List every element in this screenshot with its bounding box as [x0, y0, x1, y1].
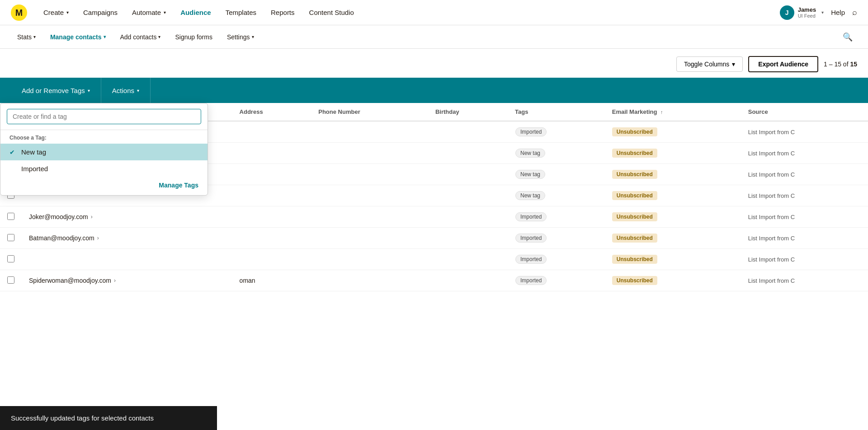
nav-campaigns[interactable]: Campaigns — [78, 6, 123, 19]
nav-automate[interactable]: Automate ▾ — [127, 6, 171, 19]
manage-tags-link[interactable]: Manage Tags — [159, 182, 198, 189]
subnav-signup-forms[interactable]: Signup forms — [169, 31, 218, 43]
row-source: List Import from C — [741, 185, 868, 206]
row-phone — [311, 228, 428, 249]
row-email-marketing-status: Unsubscribed — [605, 143, 741, 164]
row-email-marketing-status: Unsubscribed — [605, 249, 741, 270]
col-birthday: Birthday — [428, 103, 508, 121]
row-tags: Imported — [508, 228, 605, 249]
row-email[interactable]: Spiderwoman@moodjoy.com› — [22, 270, 232, 291]
row-checkbox[interactable] — [7, 234, 14, 241]
table-row: Spiderwoman@moodjoy.com›omanImportedUnsu… — [0, 270, 868, 291]
row-birthday — [428, 143, 508, 164]
row-phone — [311, 249, 428, 270]
sort-asc-icon: ↑ — [660, 109, 663, 115]
tag-badge: New tag — [515, 191, 545, 200]
chevron-down-icon: ▾ — [164, 10, 166, 15]
expand-icon: › — [114, 277, 116, 284]
add-remove-tags-button[interactable]: Add or Remove Tags ▾ — [11, 78, 101, 103]
row-source: List Import from C — [741, 270, 868, 291]
chevron-down-icon: ▾ — [104, 34, 106, 39]
chevron-down-icon: ▾ — [137, 88, 139, 93]
expand-icon: › — [91, 214, 93, 220]
chevron-down-icon: ▾ — [252, 34, 254, 39]
nav-templates[interactable]: Templates — [220, 6, 262, 19]
search-icon[interactable]: ⌕ — [852, 8, 857, 17]
row-source: List Import from C — [741, 164, 868, 185]
pagination: 1 – 15 of 15 — [824, 61, 857, 68]
actions-button[interactable]: Actions ▾ — [101, 78, 151, 103]
dropdown-item-imported[interactable]: ✔ Imported — [0, 160, 208, 177]
svg-text:M: M — [15, 8, 23, 18]
user-menu[interactable]: J James UI Feed ▾ — [780, 5, 824, 20]
row-tags: Imported — [508, 121, 605, 143]
toggle-columns-button[interactable]: Toggle Columns ▾ — [676, 56, 743, 72]
sub-search-icon[interactable]: 🔍 — [838, 29, 857, 45]
row-checkbox[interactable] — [7, 276, 14, 284]
status-badge: Unsubscribed — [612, 212, 657, 221]
tag-search-input[interactable] — [7, 109, 201, 124]
chevron-down-icon: ▾ — [88, 88, 90, 93]
row-email-marketing-status: Unsubscribed — [605, 121, 741, 143]
nav-audience[interactable]: Audience — [175, 6, 217, 19]
row-tags: New tag — [508, 143, 605, 164]
status-badge: Unsubscribed — [612, 234, 657, 243]
subnav-add-contacts[interactable]: Add contacts ▾ — [114, 31, 167, 43]
row-phone — [311, 185, 428, 206]
row-email-marketing-status: Unsubscribed — [605, 164, 741, 185]
help-link[interactable]: Help — [831, 9, 845, 16]
row-checkbox-cell[interactable] — [0, 206, 22, 228]
row-checkbox-cell[interactable] — [0, 228, 22, 249]
dropdown-section-label: Choose a Tag: — [0, 130, 208, 144]
col-address: Address — [232, 103, 311, 121]
action-bar: Add or Remove Tags ▾ Actions ▾ — [0, 78, 868, 103]
row-source: List Import from C — [741, 228, 868, 249]
chevron-down-icon: ▾ — [66, 10, 69, 15]
expand-icon: › — [97, 235, 99, 241]
row-email[interactable]: Batman@moodjoy.com› — [22, 228, 232, 249]
row-address — [232, 121, 311, 143]
row-email[interactable] — [22, 249, 232, 270]
subnav-settings[interactable]: Settings ▾ — [221, 31, 260, 43]
tag-dropdown-box: Choose a Tag: ✔ New tag ✔ Imported Manag… — [0, 103, 208, 196]
col-phone: Phone Number — [311, 103, 428, 121]
subnav-manage-contacts[interactable]: Manage contacts ▾ — [44, 31, 112, 43]
subnav-stats[interactable]: Stats ▾ — [11, 31, 42, 43]
row-address — [232, 143, 311, 164]
tag-badge: Imported — [515, 127, 547, 136]
row-tags: Imported — [508, 270, 605, 291]
checkmark-icon: ✔ — [9, 149, 17, 156]
row-birthday — [428, 228, 508, 249]
row-email[interactable]: Joker@moodjoy.com› — [22, 206, 232, 228]
status-badge: Unsubscribed — [612, 255, 657, 264]
export-audience-button[interactable]: Export Audience — [748, 56, 818, 72]
row-checkbox-cell[interactable] — [0, 270, 22, 291]
chevron-down-icon: ▾ — [158, 34, 160, 39]
row-tags: New tag — [508, 185, 605, 206]
row-source: List Import from C — [741, 249, 868, 270]
nav-create[interactable]: Create ▾ — [38, 6, 74, 19]
mailchimp-logo[interactable]: M — [11, 5, 27, 21]
row-phone — [311, 206, 428, 228]
col-email-marketing[interactable]: Email Marketing ↑ — [605, 103, 741, 121]
tag-badge: New tag — [515, 149, 545, 158]
row-checkbox-cell[interactable] — [0, 249, 22, 270]
row-birthday — [428, 121, 508, 143]
user-chevron-icon: ▾ — [821, 10, 824, 15]
tag-badge: Imported — [515, 212, 547, 221]
row-email-marketing-status: Unsubscribed — [605, 185, 741, 206]
nav-content-studio[interactable]: Content Studio — [304, 6, 359, 19]
row-checkbox[interactable] — [7, 213, 14, 220]
row-birthday — [428, 185, 508, 206]
table-row: ImportedUnsubscribedList Import from C — [0, 249, 868, 270]
dropdown-search-row — [0, 103, 208, 130]
row-source: List Import from C — [741, 143, 868, 164]
row-checkbox[interactable] — [7, 255, 14, 262]
dropdown-footer: Manage Tags — [0, 177, 208, 195]
row-phone — [311, 164, 428, 185]
chevron-down-icon: ▾ — [33, 34, 36, 39]
dropdown-item-new-tag[interactable]: ✔ New tag — [0, 144, 208, 160]
col-source: Source — [741, 103, 868, 121]
row-phone — [311, 270, 428, 291]
nav-reports[interactable]: Reports — [265, 6, 300, 19]
